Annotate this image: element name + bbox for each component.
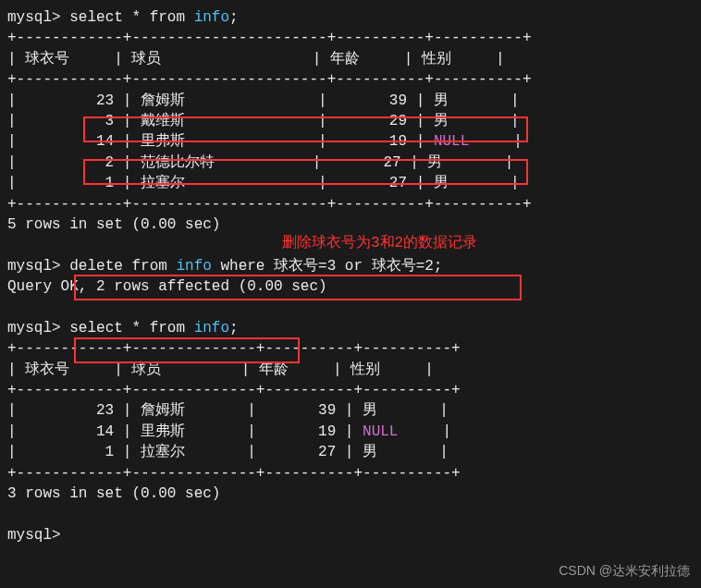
blank-line [7,504,694,524]
table2-row: | 23 | 詹姆斯 | 39 | 男 | [7,400,694,421]
table2-row: | 1 | 拉塞尔 | 27 | 男 | [7,442,694,462]
table1-row: | 2 | 范德比尔特 | 27 | 男 | [7,153,694,173]
mysql-prompt: mysql> [7,258,61,275]
query-line-delete: mysql> delete from info where 球衣号=3 or 球… [7,256,694,276]
null-value: NULL [363,423,398,440]
table2-border-mid: +------------+--------------+----------+… [7,380,694,400]
mysql-prompt: mysql> [7,9,61,26]
table1-border-bot: +------------+----------------------+---… [7,194,694,214]
table1-header: | 球衣号 | 球员 | 年龄 | 性别 | [7,49,694,69]
table-name: info [176,258,211,275]
prompt-line[interactable]: mysql> [7,525,694,545]
table1-row: | 23 | 詹姆斯 | 39 | 男 | [7,91,694,111]
result-rows-1: 5 rows in set (0.00 sec) [7,214,694,235]
mysql-prompt: mysql> [7,320,61,337]
blank-line [7,297,694,317]
watermark: CSDN @达米安利拉德 [559,562,690,581]
table2-row: | 14 | 里弗斯 | 19 | NULL | [7,422,694,442]
query-ok: Query OK, 2 rows affected (0.00 sec) [7,276,694,297]
table1-row: | 14 | 里弗斯 | 19 | NULL | [7,131,694,152]
query-line-2: mysql> select * from info; [7,318,694,338]
result-rows-2: 3 rows in set (0.00 sec) [7,484,694,504]
mysql-prompt: mysql> [7,527,61,544]
table1-row: | 1 | 拉塞尔 | 27 | 男 | [7,173,694,193]
table-name: info [194,9,229,26]
table2-border-top: +------------+--------------+----------+… [7,338,694,359]
annotation-text: 删除球衣号为3和2的数据记录 [282,233,477,253]
null-value: NULL [434,133,469,150]
table1-border-mid: +------------+----------------------+---… [7,69,694,90]
table2-border-bot: +------------+--------------+----------+… [7,463,694,484]
table1-row: | 3 | 戴维斯 | 29 | 男 | [7,111,694,131]
table2-header: | 球衣号 | 球员 | 年龄 | 性别 | [7,360,694,380]
table1-border-top: +------------+----------------------+---… [7,28,694,48]
table-name: info [194,320,229,337]
query-line-1: mysql> select * from info; [7,7,694,28]
